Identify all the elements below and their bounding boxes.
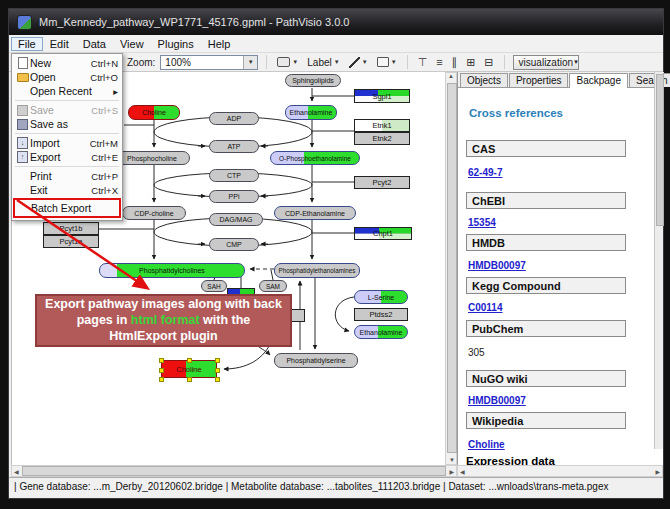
chevron-down-icon[interactable]: ▼ [243,56,257,69]
node-cdp-ethanolamine[interactable]: CDP-Ethanolamine [274,206,356,220]
selection-handle[interactable] [159,377,164,382]
zoom-combobox[interactable]: 100% ▼ [160,55,258,70]
menu-plugins[interactable]: Plugins [151,37,201,51]
panel-vertical-scrollbar[interactable] [654,72,663,449]
node-ethanolamine-bottom[interactable]: Ethanolamine [354,325,408,339]
node-ppi[interactable]: PPi [209,190,259,203]
node-phosphatidylserine[interactable]: Phosphatidylserine [274,353,358,368]
link-nugo[interactable]: HMDB00097 [468,395,526,406]
file-menu-batch-export[interactable]: Batch Export [13,198,121,218]
node-dag[interactable]: DAG/MAG [209,213,263,226]
node-sphingolipids[interactable]: Sphingolipids [285,74,341,87]
node-chpt1[interactable]: Chpt1 [354,227,412,240]
menu-view[interactable]: View [113,37,151,51]
selection-handle[interactable] [215,377,220,382]
scrollbar-thumb[interactable] [447,83,457,453]
node-pcyt1a[interactable]: Pcyt1a [43,235,99,248]
label-tool-button[interactable]: Label ▼ [305,54,341,70]
chevron-down-icon[interactable]: ▼ [573,56,579,69]
node-adp[interactable]: ADP [209,112,259,125]
common-size-button[interactable]: ⊞ [464,54,477,70]
layout-button[interactable]: ⊟ [482,54,495,70]
selection-handle[interactable] [159,358,164,363]
file-menu-open-recent[interactable]: Open Recent▸ [12,84,122,98]
save-as-icon [17,119,28,130]
file-menu-save[interactable]: SaveCtrl+S [12,103,122,117]
selection-handle[interactable] [159,368,164,373]
node-ptdss2[interactable]: Ptdss2 [354,308,408,321]
node-etnk1[interactable]: Etnk1 [354,119,410,132]
file-menu-open[interactable]: OpenCtrl+O [12,70,122,84]
distribute-button[interactable]: ∥ [450,54,460,70]
callout-line2: pages in html format with the [37,312,290,328]
shape-tool-button[interactable]: ▼ [375,54,399,70]
node-phosphocholine[interactable]: Phosphocholine [114,151,190,165]
title-bar: Mm_Kennedy_pathway_WP1771_45176.gpml - P… [9,9,663,35]
scrollbar-thumb[interactable] [22,466,447,476]
menu-edit[interactable]: Edit [43,37,76,51]
stack-button[interactable]: ≡ [434,54,444,70]
menu-help[interactable]: Help [201,37,238,51]
menu-file[interactable]: File [11,37,43,51]
link-hmdb[interactable]: HMDB00097 [468,260,526,271]
node-cmp[interactable]: CMP [209,238,259,251]
node-o-phosphoethanolamine[interactable]: O-Phosphoethanolamine [270,151,360,165]
file-menu-exit[interactable]: ExitCtrl+X [12,183,122,197]
node-sah[interactable]: SAH [201,280,227,292]
gene-node-icon [277,57,290,67]
node-etnk2[interactable]: Etnk2 [354,132,410,145]
link-wikipedia[interactable]: Choline [468,439,505,450]
file-menu-new[interactable]: NewCtrl+N [12,56,122,70]
canvas-vertical-scrollbar[interactable]: ▲ ▼ [445,72,457,465]
node-cdp-choline[interactable]: CDP-choline [122,206,186,220]
scroll-right-icon[interactable]: ▶ [653,468,662,475]
node-atp[interactable]: ATP [209,140,259,153]
node-ctp[interactable]: CTP [209,169,259,182]
selection-handle[interactable] [187,377,192,382]
chevron-down-icon[interactable]: ▼ [362,59,368,65]
menu-data[interactable]: Data [76,37,113,51]
link-cas[interactable]: 62-49-7 [468,167,502,178]
node-pcyt1b[interactable]: Pcyt1b [43,222,99,235]
panel-horizontal-scrollbar[interactable]: ◀ ▶ [457,465,663,477]
selection-handle[interactable] [187,358,192,363]
node-l-serine[interactable]: L-Serine [354,290,408,304]
node-phosphatidylethanolamines[interactable]: Phosphatidylethanolamines [274,263,360,278]
file-menu-export[interactable]: ↑ ExportCtrl+E [12,150,122,164]
chevron-down-icon[interactable]: ▼ [334,59,340,65]
file-menu-print[interactable]: PrintCtrl+P [12,169,122,183]
file-menu-save-as[interactable]: Save as [12,117,122,131]
chevron-down-icon[interactable]: ▼ [292,59,298,65]
chevron-down-icon[interactable]: ▼ [391,59,397,65]
node-sgpl1[interactable]: Sgpl1 [354,89,410,103]
node-phosphatidylcholines[interactable]: Phosphatidylcholines [99,263,245,278]
selection-handle[interactable] [215,358,220,363]
scroll-left-icon[interactable]: ◀ [12,468,21,475]
scroll-up-icon[interactable]: ▲ [448,73,454,79]
line-tool-button[interactable]: ▼ [347,54,370,70]
canvas-horizontal-scrollbar[interactable]: ◀ ▶ [11,465,457,477]
section-header-kegg: Kegg Compound [466,277,626,294]
menu-separator [15,166,119,167]
pisd-gene-box-partial[interactable] [291,309,305,322]
node-choline-selected[interactable]: Choline [161,360,217,378]
scroll-right-icon[interactable]: ▶ [447,468,456,475]
scroll-left-icon[interactable]: ◀ [458,468,467,475]
node-sam[interactable]: SAM [259,280,287,292]
tab-properties[interactable]: Properties [509,73,569,87]
node-pcyt2[interactable]: Pcyt2 [354,176,410,189]
gene-node-button[interactable]: ▼ [275,54,300,70]
align-button[interactable]: ⊤ [416,54,430,70]
visualization-combobox[interactable]: visualization ▼ [513,55,579,70]
scroll-down-icon[interactable]: ▼ [449,457,455,463]
link-chebi[interactable]: 15354 [468,217,496,228]
selection-handle[interactable] [215,368,220,373]
tab-backpage[interactable]: Backpage [569,73,627,88]
node-ethanolamine-top[interactable]: Ethanolamine [285,105,337,120]
scrollbar-thumb[interactable] [656,74,664,226]
link-kegg[interactable]: C00114 [468,302,502,313]
callout-highlight: html format [131,313,200,327]
file-menu-import[interactable]: ↓ ImportCtrl+M [12,136,122,150]
tab-objects[interactable]: Objects [460,73,508,87]
node-choline-top[interactable]: Choline [128,105,180,120]
